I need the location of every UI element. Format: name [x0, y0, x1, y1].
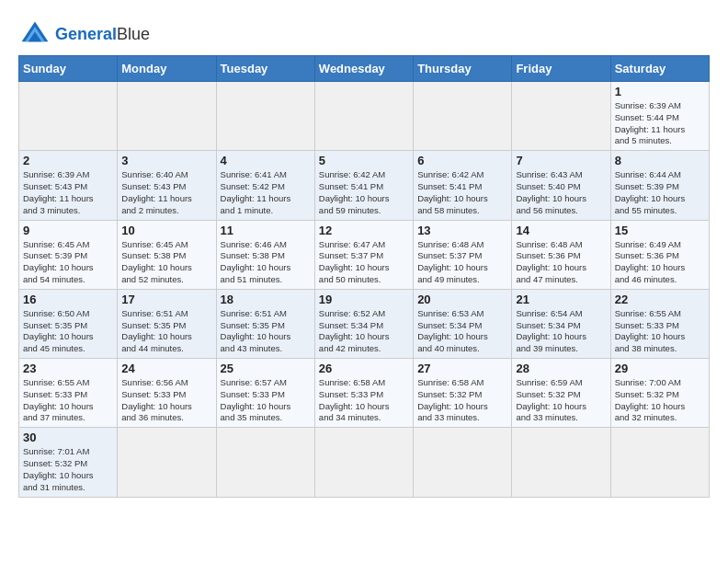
day-cell: 6Sunrise: 6:42 AM Sunset: 5:41 PM Daylig…: [414, 151, 512, 220]
day-cell: [512, 82, 610, 151]
day-info: Sunrise: 6:55 AM Sunset: 5:33 PM Dayligh…: [615, 308, 705, 355]
day-info: Sunrise: 6:59 AM Sunset: 5:32 PM Dayligh…: [516, 377, 606, 424]
calendar-header: SundayMondayTuesdayWednesdayThursdayFrid…: [19, 56, 710, 82]
day-info: Sunrise: 6:48 AM Sunset: 5:37 PM Dayligh…: [417, 239, 507, 286]
day-info: Sunrise: 6:42 AM Sunset: 5:41 PM Dayligh…: [319, 169, 409, 216]
weekday-header-saturday: Saturday: [610, 56, 709, 82]
day-info: Sunrise: 6:56 AM Sunset: 5:33 PM Dayligh…: [121, 377, 211, 424]
day-cell: 14Sunrise: 6:48 AM Sunset: 5:36 PM Dayli…: [512, 220, 610, 289]
day-cell: 27Sunrise: 6:58 AM Sunset: 5:32 PM Dayli…: [414, 359, 512, 428]
day-number: 9: [23, 224, 113, 237]
day-cell: 3Sunrise: 6:40 AM Sunset: 5:43 PM Daylig…: [118, 151, 216, 220]
day-number: 27: [417, 362, 507, 375]
day-info: Sunrise: 6:54 AM Sunset: 5:34 PM Dayligh…: [516, 308, 606, 355]
day-cell: 30Sunrise: 7:01 AM Sunset: 5:32 PM Dayli…: [19, 428, 118, 497]
calendar-body: 1Sunrise: 6:39 AM Sunset: 5:44 PM Daylig…: [19, 82, 710, 498]
day-info: Sunrise: 6:58 AM Sunset: 5:33 PM Dayligh…: [319, 377, 409, 424]
day-info: Sunrise: 6:43 AM Sunset: 5:40 PM Dayligh…: [516, 169, 606, 216]
day-cell: 12Sunrise: 6:47 AM Sunset: 5:37 PM Dayli…: [314, 220, 413, 289]
weekday-header-wednesday: Wednesday: [314, 56, 413, 82]
day-number: 29: [615, 362, 705, 375]
week-row-3: 9Sunrise: 6:45 AM Sunset: 5:39 PM Daylig…: [19, 220, 710, 289]
day-cell: [414, 82, 512, 151]
day-cell: 26Sunrise: 6:58 AM Sunset: 5:33 PM Dayli…: [314, 359, 413, 428]
day-cell: 5Sunrise: 6:42 AM Sunset: 5:41 PM Daylig…: [314, 151, 413, 220]
day-number: 8: [615, 154, 705, 167]
day-info: Sunrise: 6:41 AM Sunset: 5:42 PM Dayligh…: [221, 169, 311, 216]
day-number: 21: [516, 293, 606, 306]
day-number: 6: [417, 154, 507, 167]
day-info: Sunrise: 6:44 AM Sunset: 5:39 PM Dayligh…: [615, 169, 705, 216]
day-info: Sunrise: 6:53 AM Sunset: 5:34 PM Dayligh…: [417, 308, 507, 355]
day-number: 3: [121, 154, 211, 167]
day-info: Sunrise: 6:57 AM Sunset: 5:33 PM Dayligh…: [221, 377, 311, 424]
day-cell: [19, 82, 118, 151]
page-header: GeneralBlue: [18, 18, 710, 52]
weekday-header-thursday: Thursday: [414, 56, 512, 82]
day-info: Sunrise: 6:52 AM Sunset: 5:34 PM Dayligh…: [319, 308, 409, 355]
day-info: Sunrise: 6:50 AM Sunset: 5:35 PM Dayligh…: [23, 308, 113, 355]
day-cell: 23Sunrise: 6:55 AM Sunset: 5:33 PM Dayli…: [19, 359, 118, 428]
week-row-5: 23Sunrise: 6:55 AM Sunset: 5:33 PM Dayli…: [19, 359, 710, 428]
day-number: 16: [23, 293, 113, 306]
weekday-header-monday: Monday: [118, 56, 216, 82]
day-cell: 20Sunrise: 6:53 AM Sunset: 5:34 PM Dayli…: [414, 289, 512, 358]
day-number: 22: [615, 293, 705, 306]
day-number: 20: [417, 293, 507, 306]
day-cell: 19Sunrise: 6:52 AM Sunset: 5:34 PM Dayli…: [314, 289, 413, 358]
day-info: Sunrise: 6:51 AM Sunset: 5:35 PM Dayligh…: [221, 308, 311, 355]
day-cell: [216, 428, 314, 497]
day-cell: 24Sunrise: 6:56 AM Sunset: 5:33 PM Dayli…: [118, 359, 216, 428]
day-cell: 16Sunrise: 6:50 AM Sunset: 5:35 PM Dayli…: [19, 289, 118, 358]
day-info: Sunrise: 6:45 AM Sunset: 5:39 PM Dayligh…: [23, 239, 113, 286]
logo-text: GeneralBlue: [55, 26, 150, 44]
weekday-header-friday: Friday: [512, 56, 610, 82]
day-cell: 15Sunrise: 6:49 AM Sunset: 5:36 PM Dayli…: [610, 220, 709, 289]
day-cell: [216, 82, 314, 151]
day-cell: 4Sunrise: 6:41 AM Sunset: 5:42 PM Daylig…: [216, 151, 314, 220]
day-info: Sunrise: 6:39 AM Sunset: 5:44 PM Dayligh…: [615, 100, 705, 147]
day-number: 10: [121, 224, 211, 237]
day-number: 17: [121, 293, 211, 306]
day-number: 4: [221, 154, 311, 167]
day-cell: 1Sunrise: 6:39 AM Sunset: 5:44 PM Daylig…: [610, 82, 709, 151]
week-row-1: 1Sunrise: 6:39 AM Sunset: 5:44 PM Daylig…: [19, 82, 710, 151]
day-cell: 10Sunrise: 6:45 AM Sunset: 5:38 PM Dayli…: [118, 220, 216, 289]
day-cell: 29Sunrise: 7:00 AM Sunset: 5:32 PM Dayli…: [610, 359, 709, 428]
day-cell: 8Sunrise: 6:44 AM Sunset: 5:39 PM Daylig…: [610, 151, 709, 220]
weekday-header-sunday: Sunday: [19, 56, 118, 82]
day-cell: 17Sunrise: 6:51 AM Sunset: 5:35 PM Dayli…: [118, 289, 216, 358]
day-cell: [118, 428, 216, 497]
calendar: SundayMondayTuesdayWednesdayThursdayFrid…: [18, 55, 710, 498]
day-number: 5: [319, 154, 409, 167]
day-cell: [414, 428, 512, 497]
day-cell: 18Sunrise: 6:51 AM Sunset: 5:35 PM Dayli…: [216, 289, 314, 358]
day-info: Sunrise: 6:45 AM Sunset: 5:38 PM Dayligh…: [121, 239, 211, 286]
day-number: 23: [23, 362, 113, 375]
day-number: 14: [516, 224, 606, 237]
weekday-row: SundayMondayTuesdayWednesdayThursdayFrid…: [19, 56, 710, 82]
day-number: 24: [121, 362, 211, 375]
day-cell: 25Sunrise: 6:57 AM Sunset: 5:33 PM Dayli…: [216, 359, 314, 428]
logo: GeneralBlue: [18, 18, 150, 52]
week-row-4: 16Sunrise: 6:50 AM Sunset: 5:35 PM Dayli…: [19, 289, 710, 358]
day-cell: 21Sunrise: 6:54 AM Sunset: 5:34 PM Dayli…: [512, 289, 610, 358]
day-number: 19: [319, 293, 409, 306]
day-cell: [610, 428, 709, 497]
day-number: 11: [221, 224, 311, 237]
day-number: 7: [516, 154, 606, 167]
day-number: 18: [221, 293, 311, 306]
day-number: 1: [615, 85, 705, 98]
day-number: 13: [417, 224, 507, 237]
day-info: Sunrise: 6:51 AM Sunset: 5:35 PM Dayligh…: [121, 308, 211, 355]
logo-icon: [18, 18, 51, 52]
day-info: Sunrise: 6:47 AM Sunset: 5:37 PM Dayligh…: [319, 239, 409, 286]
day-number: 15: [615, 224, 705, 237]
day-cell: [314, 428, 413, 497]
day-info: Sunrise: 6:40 AM Sunset: 5:43 PM Dayligh…: [121, 169, 211, 216]
day-info: Sunrise: 6:58 AM Sunset: 5:32 PM Dayligh…: [417, 377, 507, 424]
day-cell: 22Sunrise: 6:55 AM Sunset: 5:33 PM Dayli…: [610, 289, 709, 358]
day-cell: 2Sunrise: 6:39 AM Sunset: 5:43 PM Daylig…: [19, 151, 118, 220]
day-cell: 9Sunrise: 6:45 AM Sunset: 5:39 PM Daylig…: [19, 220, 118, 289]
day-info: Sunrise: 6:55 AM Sunset: 5:33 PM Dayligh…: [23, 377, 113, 424]
